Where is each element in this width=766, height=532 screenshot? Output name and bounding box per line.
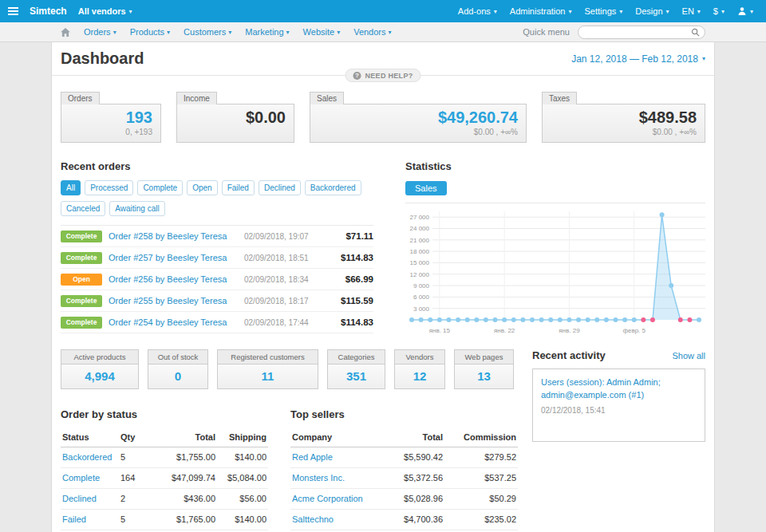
filter-awaiting-call[interactable]: Awaiting call xyxy=(109,201,164,216)
status-link[interactable]: Backordered xyxy=(62,452,112,462)
vendor-selector-label: All vendors xyxy=(78,6,126,16)
stat-card-orders: Orders 193 0, +193 xyxy=(61,89,161,143)
order-date: 02/09/2018, 18:17 xyxy=(244,297,318,305)
vendor-selector[interactable]: All vendors ▾ xyxy=(78,6,132,16)
question-icon: ? xyxy=(353,72,361,80)
column-header: Company xyxy=(290,428,373,447)
topbar-menu-currency[interactable]: $▾ xyxy=(713,6,725,16)
table-row: Red Apple $5,590.42 $279.52 xyxy=(290,447,518,468)
chevron-down-icon: ▾ xyxy=(228,29,231,36)
dashboard-content: Dashboard Jan 12, 2018 — Feb 12, 2018 ▾ … xyxy=(51,42,715,532)
show-all-link[interactable]: Show all xyxy=(672,351,705,361)
chevron-down-icon: ▾ xyxy=(702,55,705,62)
recent-activity-section: Recent activity Show all Users (session)… xyxy=(532,349,705,530)
summary-card-active-products[interactable]: Active products 4,994 xyxy=(61,349,139,389)
company-link[interactable]: Red Apple xyxy=(292,452,333,462)
sales-chart-tab[interactable]: Sales xyxy=(405,181,447,195)
status-link[interactable]: Failed xyxy=(62,514,86,524)
status-link[interactable]: Complete xyxy=(62,473,100,483)
chevron-down-icon: ▾ xyxy=(619,8,622,15)
need-help-button[interactable]: ? NEED HELP? xyxy=(345,69,421,82)
chevron-down-icon: ▾ xyxy=(697,8,701,15)
table-row: Complete 164 $47,099.74 $5,084.00 xyxy=(61,468,268,489)
table-row: Monsters Inc. $5,372.56 $537.25 xyxy=(290,468,518,489)
order-link[interactable]: Order #256 by Beesley Teresa xyxy=(109,274,238,284)
stat-card-taxes: Taxes $489.58 $0.00 , +∞% xyxy=(542,89,705,143)
topbar-menu-administration[interactable]: Administration▾ xyxy=(510,6,572,16)
topbar-menu-language[interactable]: EN▾ xyxy=(682,6,701,16)
filter-complete[interactable]: Complete xyxy=(137,180,183,195)
filter-declined[interactable]: Declined xyxy=(259,180,301,195)
summary-card-web-pages[interactable]: Web pages 13 xyxy=(454,349,514,389)
activity-entry-link[interactable]: Users (session): Admin Admin; admin@exam… xyxy=(541,376,697,402)
order-row: Complete Order #258 by Beesley Teresa 02… xyxy=(61,226,373,247)
sales-line-chart: 3 0006 0009 00012 00015 00018 00021 0002… xyxy=(405,207,705,337)
topbar-user-menu[interactable]: ▾ xyxy=(737,6,753,16)
nav-item-customers[interactable]: Customers▾ xyxy=(184,27,231,37)
nav-item-products[interactable]: Products▾ xyxy=(130,27,170,37)
stat-card-sub: $0.00 , +∞% xyxy=(318,128,518,137)
summary-card-vendors[interactable]: Vendors 12 xyxy=(394,349,445,389)
stat-card-sub: $0.00 , +∞% xyxy=(551,128,697,137)
filter-all[interactable]: All xyxy=(61,180,81,195)
summary-card-registered-customers[interactable]: Registered customers 11 xyxy=(217,349,318,389)
table-row: Acme Corporation $5,028.96 $50.29 xyxy=(290,489,518,510)
nav-item-marketing[interactable]: Marketing▾ xyxy=(245,27,289,37)
summary-card-categories[interactable]: Categories 351 xyxy=(327,349,385,389)
filter-open[interactable]: Open xyxy=(187,180,217,195)
nav-item-website[interactable]: Website▾ xyxy=(303,27,341,37)
chevron-down-icon: ▾ xyxy=(750,8,753,15)
status-link[interactable]: Declined xyxy=(62,494,97,503)
search-icon[interactable] xyxy=(691,28,700,37)
chevron-down-icon: ▾ xyxy=(569,8,572,15)
table-row: Declined 2 $436.00 $56.00 xyxy=(61,489,268,510)
chevron-down-icon: ▾ xyxy=(721,8,725,15)
order-link[interactable]: Order #255 by Beesley Teresa xyxy=(109,296,238,305)
recent-activity-title: Recent activity xyxy=(532,349,606,361)
order-link[interactable]: Order #258 by Beesley Teresa xyxy=(109,231,238,241)
company-link[interactable]: Acme Corporation xyxy=(292,494,363,503)
date-range-picker[interactable]: Jan 12, 2018 — Feb 12, 2018 ▾ xyxy=(571,53,705,65)
home-icon[interactable] xyxy=(61,28,70,37)
svg-text:12 000: 12 000 xyxy=(410,271,430,278)
topbar: Simtech All vendors ▾ Add-ons▾ Administr… xyxy=(0,0,766,22)
brand-logo[interactable]: Simtech xyxy=(30,6,67,17)
summary-card-out-of-stock[interactable]: Out of stock 0 xyxy=(148,349,208,389)
filter-failed[interactable]: Failed xyxy=(222,180,255,195)
order-filter-pills: All Processed Complete Open Failed Decli… xyxy=(61,180,373,225)
topbar-menu-addons[interactable]: Add-ons▾ xyxy=(458,6,497,16)
topbar-menu-settings[interactable]: Settings▾ xyxy=(585,6,623,16)
recent-orders-title: Recent orders xyxy=(61,160,373,172)
top-sellers-table: Company Total Commission Red Apple $5,59… xyxy=(290,428,518,530)
nav-item-orders[interactable]: Orders▾ xyxy=(84,27,116,37)
chevron-down-icon: ▾ xyxy=(129,8,132,15)
stat-card-sales: Sales $49,260.74 $0.00 , +∞% xyxy=(310,89,527,143)
hamburger-menu-icon[interactable] xyxy=(8,7,18,15)
top-sellers-title: Top sellers xyxy=(290,408,518,420)
svg-text:янв. 29: янв. 29 xyxy=(559,327,580,334)
order-link[interactable]: Order #254 by Beesley Teresa xyxy=(109,317,238,327)
filter-backordered[interactable]: Backordered xyxy=(305,180,361,195)
filter-processed[interactable]: Processed xyxy=(85,180,133,195)
order-status-badge: Open xyxy=(61,274,102,286)
order-status-badge: Complete xyxy=(61,317,102,329)
order-link[interactable]: Order #257 by Beesley Teresa xyxy=(109,253,238,262)
filter-canceled[interactable]: Canceled xyxy=(61,201,105,216)
search-box xyxy=(578,26,705,39)
table-row: Salttechno $4,700.36 $235.02 xyxy=(290,510,518,530)
search-input[interactable] xyxy=(583,28,691,37)
stat-card-label: Sales xyxy=(310,92,344,104)
activity-box: Users (session): Admin Admin; admin@exam… xyxy=(532,368,705,442)
chevron-down-icon: ▾ xyxy=(286,29,290,36)
nav-item-vendors[interactable]: Vendors▾ xyxy=(353,27,391,37)
statistics-section: Statistics Sales 3 0006 0009 00012 00015… xyxy=(405,160,705,337)
company-link[interactable]: Monsters Inc. xyxy=(292,473,345,483)
order-date: 02/09/2018, 17:44 xyxy=(244,318,318,327)
topbar-menu-design[interactable]: Design▾ xyxy=(635,6,669,16)
quick-menu-link[interactable]: Quick menu xyxy=(523,27,570,37)
column-header: Total xyxy=(155,428,217,447)
column-header: Total xyxy=(373,428,444,447)
company-link[interactable]: Salttechno xyxy=(292,514,334,524)
stat-card-income: Income $0.00 xyxy=(176,89,294,143)
stat-card-sub: 0, +193 xyxy=(69,128,152,137)
